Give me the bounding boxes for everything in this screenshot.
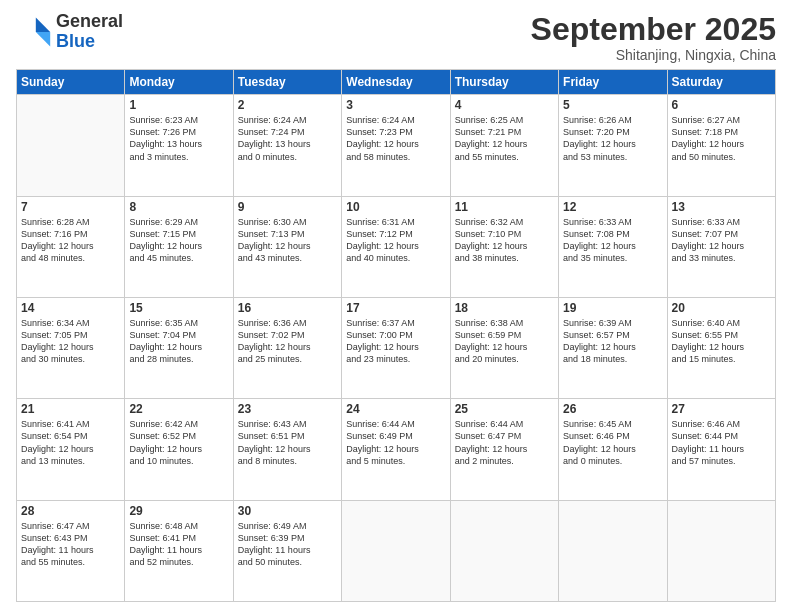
svg-marker-1 bbox=[36, 32, 50, 46]
calendar-cell: 12Sunrise: 6:33 AM Sunset: 7:08 PM Dayli… bbox=[559, 196, 667, 297]
day-number: 18 bbox=[455, 301, 554, 315]
calendar-cell: 8Sunrise: 6:29 AM Sunset: 7:15 PM Daylig… bbox=[125, 196, 233, 297]
logo-text: General Blue bbox=[56, 12, 123, 52]
cell-details: Sunrise: 6:33 AM Sunset: 7:07 PM Dayligh… bbox=[672, 216, 771, 265]
day-number: 12 bbox=[563, 200, 662, 214]
calendar-cell: 15Sunrise: 6:35 AM Sunset: 7:04 PM Dayli… bbox=[125, 297, 233, 398]
day-number: 2 bbox=[238, 98, 337, 112]
cell-details: Sunrise: 6:38 AM Sunset: 6:59 PM Dayligh… bbox=[455, 317, 554, 366]
cell-details: Sunrise: 6:23 AM Sunset: 7:26 PM Dayligh… bbox=[129, 114, 228, 163]
day-number: 6 bbox=[672, 98, 771, 112]
calendar-cell: 27Sunrise: 6:46 AM Sunset: 6:44 PM Dayli… bbox=[667, 399, 775, 500]
subtitle: Shitanjing, Ningxia, China bbox=[531, 47, 776, 63]
calendar-cell bbox=[559, 500, 667, 601]
day-number: 19 bbox=[563, 301, 662, 315]
day-number: 29 bbox=[129, 504, 228, 518]
calendar-cell: 3Sunrise: 6:24 AM Sunset: 7:23 PM Daylig… bbox=[342, 95, 450, 196]
svg-marker-0 bbox=[36, 17, 50, 31]
day-number: 10 bbox=[346, 200, 445, 214]
day-number: 1 bbox=[129, 98, 228, 112]
cell-details: Sunrise: 6:25 AM Sunset: 7:21 PM Dayligh… bbox=[455, 114, 554, 163]
cell-details: Sunrise: 6:30 AM Sunset: 7:13 PM Dayligh… bbox=[238, 216, 337, 265]
month-title: September 2025 bbox=[531, 12, 776, 47]
calendar-cell: 1Sunrise: 6:23 AM Sunset: 7:26 PM Daylig… bbox=[125, 95, 233, 196]
page: General Blue September 2025 Shitanjing, … bbox=[0, 0, 792, 612]
calendar-cell: 18Sunrise: 6:38 AM Sunset: 6:59 PM Dayli… bbox=[450, 297, 558, 398]
day-number: 28 bbox=[21, 504, 120, 518]
calendar-cell: 5Sunrise: 6:26 AM Sunset: 7:20 PM Daylig… bbox=[559, 95, 667, 196]
cell-details: Sunrise: 6:27 AM Sunset: 7:18 PM Dayligh… bbox=[672, 114, 771, 163]
cell-details: Sunrise: 6:43 AM Sunset: 6:51 PM Dayligh… bbox=[238, 418, 337, 467]
day-number: 30 bbox=[238, 504, 337, 518]
day-number: 13 bbox=[672, 200, 771, 214]
calendar-week-2: 7Sunrise: 6:28 AM Sunset: 7:16 PM Daylig… bbox=[17, 196, 776, 297]
calendar-week-5: 28Sunrise: 6:47 AM Sunset: 6:43 PM Dayli… bbox=[17, 500, 776, 601]
day-number: 20 bbox=[672, 301, 771, 315]
calendar-cell: 21Sunrise: 6:41 AM Sunset: 6:54 PM Dayli… bbox=[17, 399, 125, 500]
calendar-week-1: 1Sunrise: 6:23 AM Sunset: 7:26 PM Daylig… bbox=[17, 95, 776, 196]
day-number: 23 bbox=[238, 402, 337, 416]
cell-details: Sunrise: 6:49 AM Sunset: 6:39 PM Dayligh… bbox=[238, 520, 337, 569]
col-header-monday: Monday bbox=[125, 70, 233, 95]
calendar-week-4: 21Sunrise: 6:41 AM Sunset: 6:54 PM Dayli… bbox=[17, 399, 776, 500]
cell-details: Sunrise: 6:45 AM Sunset: 6:46 PM Dayligh… bbox=[563, 418, 662, 467]
calendar-cell bbox=[450, 500, 558, 601]
cell-details: Sunrise: 6:42 AM Sunset: 6:52 PM Dayligh… bbox=[129, 418, 228, 467]
day-number: 17 bbox=[346, 301, 445, 315]
day-number: 14 bbox=[21, 301, 120, 315]
title-block: September 2025 Shitanjing, Ningxia, Chin… bbox=[531, 12, 776, 63]
calendar-cell: 13Sunrise: 6:33 AM Sunset: 7:07 PM Dayli… bbox=[667, 196, 775, 297]
cell-details: Sunrise: 6:39 AM Sunset: 6:57 PM Dayligh… bbox=[563, 317, 662, 366]
calendar-cell: 19Sunrise: 6:39 AM Sunset: 6:57 PM Dayli… bbox=[559, 297, 667, 398]
cell-details: Sunrise: 6:26 AM Sunset: 7:20 PM Dayligh… bbox=[563, 114, 662, 163]
cell-details: Sunrise: 6:47 AM Sunset: 6:43 PM Dayligh… bbox=[21, 520, 120, 569]
calendar-cell: 16Sunrise: 6:36 AM Sunset: 7:02 PM Dayli… bbox=[233, 297, 341, 398]
cell-details: Sunrise: 6:37 AM Sunset: 7:00 PM Dayligh… bbox=[346, 317, 445, 366]
calendar-cell: 2Sunrise: 6:24 AM Sunset: 7:24 PM Daylig… bbox=[233, 95, 341, 196]
cell-details: Sunrise: 6:28 AM Sunset: 7:16 PM Dayligh… bbox=[21, 216, 120, 265]
day-number: 8 bbox=[129, 200, 228, 214]
cell-details: Sunrise: 6:36 AM Sunset: 7:02 PM Dayligh… bbox=[238, 317, 337, 366]
col-header-saturday: Saturday bbox=[667, 70, 775, 95]
day-number: 9 bbox=[238, 200, 337, 214]
col-header-wednesday: Wednesday bbox=[342, 70, 450, 95]
calendar-cell: 22Sunrise: 6:42 AM Sunset: 6:52 PM Dayli… bbox=[125, 399, 233, 500]
day-number: 7 bbox=[21, 200, 120, 214]
cell-details: Sunrise: 6:35 AM Sunset: 7:04 PM Dayligh… bbox=[129, 317, 228, 366]
calendar-cell: 9Sunrise: 6:30 AM Sunset: 7:13 PM Daylig… bbox=[233, 196, 341, 297]
cell-details: Sunrise: 6:24 AM Sunset: 7:23 PM Dayligh… bbox=[346, 114, 445, 163]
cell-details: Sunrise: 6:44 AM Sunset: 6:49 PM Dayligh… bbox=[346, 418, 445, 467]
logo-blue: Blue bbox=[56, 32, 123, 52]
col-header-sunday: Sunday bbox=[17, 70, 125, 95]
calendar-cell: 14Sunrise: 6:34 AM Sunset: 7:05 PM Dayli… bbox=[17, 297, 125, 398]
col-header-thursday: Thursday bbox=[450, 70, 558, 95]
cell-details: Sunrise: 6:34 AM Sunset: 7:05 PM Dayligh… bbox=[21, 317, 120, 366]
cell-details: Sunrise: 6:44 AM Sunset: 6:47 PM Dayligh… bbox=[455, 418, 554, 467]
col-header-friday: Friday bbox=[559, 70, 667, 95]
cell-details: Sunrise: 6:31 AM Sunset: 7:12 PM Dayligh… bbox=[346, 216, 445, 265]
day-number: 5 bbox=[563, 98, 662, 112]
calendar-week-3: 14Sunrise: 6:34 AM Sunset: 7:05 PM Dayli… bbox=[17, 297, 776, 398]
calendar-cell: 28Sunrise: 6:47 AM Sunset: 6:43 PM Dayli… bbox=[17, 500, 125, 601]
logo-general: General bbox=[56, 12, 123, 32]
calendar-cell: 30Sunrise: 6:49 AM Sunset: 6:39 PM Dayli… bbox=[233, 500, 341, 601]
day-number: 22 bbox=[129, 402, 228, 416]
day-number: 25 bbox=[455, 402, 554, 416]
calendar-header-row: SundayMondayTuesdayWednesdayThursdayFrid… bbox=[17, 70, 776, 95]
day-number: 16 bbox=[238, 301, 337, 315]
calendar-cell bbox=[17, 95, 125, 196]
calendar-cell: 25Sunrise: 6:44 AM Sunset: 6:47 PM Dayli… bbox=[450, 399, 558, 500]
calendar-cell bbox=[667, 500, 775, 601]
calendar-cell: 20Sunrise: 6:40 AM Sunset: 6:55 PM Dayli… bbox=[667, 297, 775, 398]
cell-details: Sunrise: 6:46 AM Sunset: 6:44 PM Dayligh… bbox=[672, 418, 771, 467]
calendar-cell: 10Sunrise: 6:31 AM Sunset: 7:12 PM Dayli… bbox=[342, 196, 450, 297]
cell-details: Sunrise: 6:32 AM Sunset: 7:10 PM Dayligh… bbox=[455, 216, 554, 265]
day-number: 27 bbox=[672, 402, 771, 416]
calendar-cell: 7Sunrise: 6:28 AM Sunset: 7:16 PM Daylig… bbox=[17, 196, 125, 297]
day-number: 3 bbox=[346, 98, 445, 112]
calendar-cell: 24Sunrise: 6:44 AM Sunset: 6:49 PM Dayli… bbox=[342, 399, 450, 500]
header: General Blue September 2025 Shitanjing, … bbox=[16, 12, 776, 63]
calendar-cell bbox=[342, 500, 450, 601]
day-number: 15 bbox=[129, 301, 228, 315]
cell-details: Sunrise: 6:41 AM Sunset: 6:54 PM Dayligh… bbox=[21, 418, 120, 467]
